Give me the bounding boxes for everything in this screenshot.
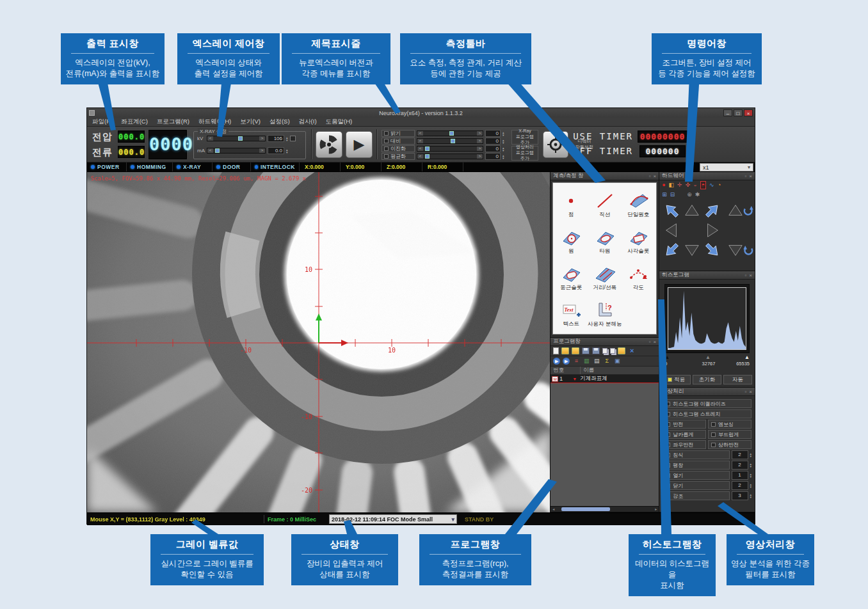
zoom-select[interactable]: x1▾ [700,163,753,171]
tool-rect-slot[interactable]: 사각슬롯 [622,223,655,260]
run-all-icon[interactable]: ▶ [563,358,570,365]
stop-icon[interactable]: ≡ [572,358,580,365]
scroll-left-icon[interactable]: ◂ [551,507,556,512]
improc-panel-titlebar[interactable]: 영상처리 ▫× [659,388,755,396]
pin-icon[interactable]: ▫ [649,173,651,179]
filter-hist-equalize[interactable]: 히스토그램 이퀄라이즈 [663,399,751,408]
scroll-right-icon[interactable]: ▸ [653,507,659,512]
tool-a-icon[interactable]: ✛ [677,182,682,189]
filter-flip-horizontal[interactable]: 좌우반전 [663,440,706,449]
window-icon[interactable]: ▣ [613,358,621,365]
jog-up-left-button[interactable] [663,202,680,219]
center-target-button[interactable] [543,131,568,158]
grid-icon[interactable]: ⊞ [662,191,667,198]
kv-slider-thumb[interactable] [238,136,243,141]
apply-checkbox[interactable] [668,377,672,382]
gauge-icon[interactable]: ◔ [718,182,721,189]
jog-left-button[interactable] [663,222,680,239]
filter-hist-stretch[interactable]: 히스토그램 스트레치 [663,409,751,418]
report-icon[interactable]: ▥ [583,358,590,365]
new-file-icon[interactable] [553,347,559,354]
ma-slider-right[interactable]: > [259,148,265,153]
close-icon[interactable]: × [749,389,752,395]
rotate-ccw-button[interactable] [743,202,754,219]
tool-single-arc[interactable]: 단일원호 [622,187,655,223]
contrast-spinner[interactable]: ▴▾ [502,139,504,144]
filter-flip-vertical[interactable]: 상하반전 [708,440,751,449]
contrast-value[interactable]: 0 [485,138,501,145]
tool-distance[interactable]: 거리/선폭 [588,260,622,296]
pin-icon[interactable]: ▫ [745,173,747,179]
run-icon[interactable]: ▶ [553,358,560,365]
brightness-slider[interactable]: <> [417,130,483,136]
filter-enhance[interactable]: 강조 [663,491,729,500]
filter-dilate[interactable]: 팽창 [663,461,729,470]
tool-line[interactable]: 직선 [588,187,622,223]
paste-icon[interactable] [610,348,615,354]
open-spinner[interactable]: ▴▾ [750,471,752,480]
tool-angle[interactable]: 각도 [622,260,655,296]
delete-icon[interactable]: × [628,347,636,354]
hardware-panel-titlebar[interactable]: 하드웨어 ▫× [659,172,755,180]
menu-settings[interactable]: 설정(S) [269,118,290,126]
save-as-icon[interactable] [592,347,600,354]
add-improc-program-button[interactable]: 영상처리 프로그램 추가 [511,146,538,161]
close-icon[interactable]: × [749,173,752,179]
filter-open[interactable]: 열기 [663,471,729,480]
export-icon[interactable] [618,347,625,354]
menu-hardware[interactable]: 하드웨어(H) [198,118,231,126]
jog-up-right-button[interactable] [704,202,721,219]
reset-button[interactable]: 초기화 [693,375,721,384]
open-recent-icon[interactable] [572,347,579,354]
jog-down-button[interactable] [684,242,700,258]
average-spinner[interactable]: ▴▾ [502,154,504,159]
auto-button[interactable]: 자동 [723,375,752,384]
tool-b-icon[interactable]: ✜ [686,182,691,189]
tool-circle[interactable]: 원 [554,223,588,260]
erode-value[interactable]: 2 [732,450,748,459]
menu-coordinate[interactable]: 좌표계(C) [121,118,148,126]
menu-file[interactable]: 파일(F) [92,118,112,126]
enhance-value[interactable]: 3 [732,491,748,500]
brightness-spinner[interactable]: ▴▾ [502,131,504,136]
binarize-value[interactable]: 0 [485,145,501,152]
tool-text[interactable]: Text 텍스트 [554,296,588,333]
average-toggle[interactable]: 평균화 [382,153,415,160]
ma-spinner[interactable]: ▴▾ [286,148,288,154]
contrast-slider[interactable]: <> [417,138,483,144]
jog-right-button[interactable] [704,222,721,239]
program-panel-titlebar[interactable]: 프로그램창 ▫× [551,338,659,346]
filter-sharpen[interactable]: 날카롭게 [663,430,706,439]
close-icon[interactable]: × [653,339,656,345]
binarize-spinner[interactable]: ▴▾ [502,146,504,152]
kv-slider[interactable]: < > [207,136,266,141]
erode-spinner[interactable]: ▴▾ [750,450,752,459]
pin-icon[interactable]: ▫ [745,389,747,395]
average-slider[interactable]: <> [417,154,483,159]
close-spinner[interactable]: ▴▾ [750,481,752,490]
binarize-slider[interactable]: <> [417,146,483,152]
filter-close[interactable]: 닫기 [663,481,729,490]
hist-low-handle[interactable]: ▲ [664,354,670,360]
jog-z-down-button[interactable] [727,242,744,258]
kv-value[interactable]: 106 [268,135,284,142]
rotate-cw-button[interactable] [743,242,754,258]
tool-point[interactable]: 점 [554,187,588,223]
program-hscrollbar[interactable]: ◂ ▸ [551,506,659,512]
wait-icon[interactable]: Σ [603,358,611,365]
record-icon[interactable]: ● [662,182,665,189]
kv-slider-right[interactable]: > [259,136,265,141]
save-icon[interactable] [582,347,590,354]
hist-mid-handle[interactable]: ▲ [705,354,711,360]
gear-icon[interactable]: ✱ [695,191,700,198]
tool-ellipse[interactable]: 타원 [588,223,622,260]
contrast-toggle[interactable]: 대비 [382,138,415,145]
copy-icon[interactable] [602,348,607,354]
xray-enable-checkbox[interactable] [290,136,296,141]
filter-invert[interactable]: 반전 [663,420,706,429]
brightness-value[interactable]: 0 [485,130,501,137]
jog-up-button[interactable] [684,202,700,219]
program-list-empty-area[interactable] [551,383,659,506]
signal-icon[interactable]: ∿ [709,182,714,189]
binarize-toggle[interactable]: 이진화 [382,145,415,152]
